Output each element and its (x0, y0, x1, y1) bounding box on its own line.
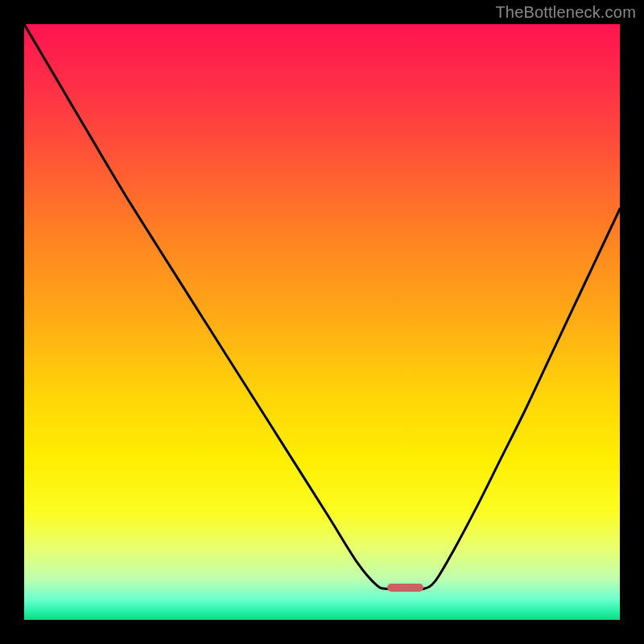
plot-area (24, 24, 620, 620)
watermark-text: TheBottleneck.com (495, 3, 636, 22)
bottleneck-curve (24, 24, 620, 620)
minimum-flat-marker (387, 584, 423, 592)
chart-frame: TheBottleneck.com (0, 0, 644, 644)
